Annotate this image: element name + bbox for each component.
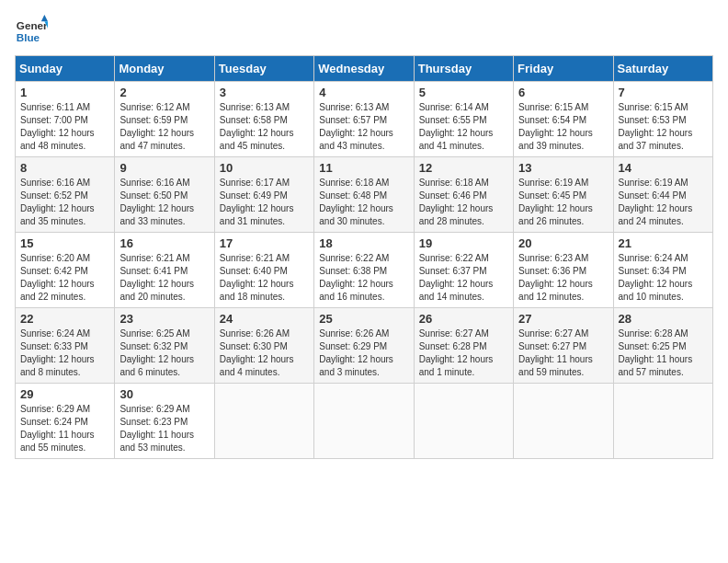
calendar-cell-empty (414, 384, 513, 459)
calendar-cell-21: 21Sunrise: 6:24 AMSunset: 6:34 PMDayligh… (613, 233, 712, 308)
calendar-cell-15: 15Sunrise: 6:20 AMSunset: 6:42 PMDayligh… (16, 233, 115, 308)
calendar-cell-18: 18Sunrise: 6:22 AMSunset: 6:38 PMDayligh… (314, 233, 414, 308)
header-tuesday: Tuesday (214, 56, 313, 82)
calendar-cell-11: 11Sunrise: 6:18 AMSunset: 6:48 PMDayligh… (314, 157, 414, 233)
logo: General Blue (15, 15, 48, 48)
page-header: General Blue (15, 15, 713, 48)
logo-icon: General Blue (15, 15, 48, 48)
calendar-week-2: 8Sunrise: 6:16 AMSunset: 6:52 PMDaylight… (16, 157, 713, 233)
calendar-cell-16: 16Sunrise: 6:21 AMSunset: 6:41 PMDayligh… (115, 233, 214, 308)
calendar-cell-8: 8Sunrise: 6:16 AMSunset: 6:52 PMDaylight… (16, 157, 115, 233)
header-thursday: Thursday (414, 56, 513, 82)
calendar-cell-empty (613, 384, 712, 459)
calendar-cell-23: 23Sunrise: 6:25 AMSunset: 6:32 PMDayligh… (115, 308, 214, 384)
header-friday: Friday (514, 56, 613, 82)
calendar-cell-20: 20Sunrise: 6:23 AMSunset: 6:36 PMDayligh… (514, 233, 613, 308)
calendar-cell-empty (314, 384, 414, 459)
calendar-cell-30: 30Sunrise: 6:29 AMSunset: 6:23 PMDayligh… (115, 384, 214, 459)
calendar-cell-6: 6Sunrise: 6:15 AMSunset: 6:54 PMDaylight… (514, 82, 613, 157)
calendar-week-5: 29Sunrise: 6:29 AMSunset: 6:24 PMDayligh… (16, 384, 713, 459)
calendar-table: SundayMondayTuesdayWednesdayThursdayFrid… (15, 55, 713, 459)
calendar-cell-25: 25Sunrise: 6:26 AMSunset: 6:29 PMDayligh… (314, 308, 414, 384)
calendar-week-3: 15Sunrise: 6:20 AMSunset: 6:42 PMDayligh… (16, 233, 713, 308)
calendar-cell-4: 4Sunrise: 6:13 AMSunset: 6:57 PMDaylight… (314, 82, 414, 157)
header-wednesday: Wednesday (314, 56, 414, 82)
calendar-cell-29: 29Sunrise: 6:29 AMSunset: 6:24 PMDayligh… (16, 384, 115, 459)
calendar-cell-28: 28Sunrise: 6:28 AMSunset: 6:25 PMDayligh… (613, 308, 712, 384)
calendar-cell-7: 7Sunrise: 6:15 AMSunset: 6:53 PMDaylight… (613, 82, 712, 157)
svg-text:Blue: Blue (17, 31, 40, 43)
calendar-cell-22: 22Sunrise: 6:24 AMSunset: 6:33 PMDayligh… (16, 308, 115, 384)
calendar-week-4: 22Sunrise: 6:24 AMSunset: 6:33 PMDayligh… (16, 308, 713, 384)
header-sunday: Sunday (16, 56, 115, 82)
calendar-cell-2: 2Sunrise: 6:12 AMSunset: 6:59 PMDaylight… (115, 82, 214, 157)
calendar-cell-27: 27Sunrise: 6:27 AMSunset: 6:27 PMDayligh… (514, 308, 613, 384)
calendar-week-1: 1Sunrise: 6:11 AMSunset: 7:00 PMDaylight… (16, 82, 713, 157)
calendar-cell-14: 14Sunrise: 6:19 AMSunset: 6:44 PMDayligh… (613, 157, 712, 233)
header-row: SundayMondayTuesdayWednesdayThursdayFrid… (16, 56, 713, 82)
calendar-cell-empty (514, 384, 613, 459)
calendar-cell-3: 3Sunrise: 6:13 AMSunset: 6:58 PMDaylight… (214, 82, 313, 157)
calendar-cell-13: 13Sunrise: 6:19 AMSunset: 6:45 PMDayligh… (514, 157, 613, 233)
calendar-cell-12: 12Sunrise: 6:18 AMSunset: 6:46 PMDayligh… (414, 157, 513, 233)
calendar-cell-26: 26Sunrise: 6:27 AMSunset: 6:28 PMDayligh… (414, 308, 513, 384)
calendar-cell-9: 9Sunrise: 6:16 AMSunset: 6:50 PMDaylight… (115, 157, 214, 233)
calendar-cell-17: 17Sunrise: 6:21 AMSunset: 6:40 PMDayligh… (214, 233, 313, 308)
calendar-cell-5: 5Sunrise: 6:14 AMSunset: 6:55 PMDaylight… (414, 82, 513, 157)
header-saturday: Saturday (613, 56, 712, 82)
calendar-cell-1: 1Sunrise: 6:11 AMSunset: 7:00 PMDaylight… (16, 82, 115, 157)
calendar-cell-10: 10Sunrise: 6:17 AMSunset: 6:49 PMDayligh… (214, 157, 313, 233)
calendar-cell-empty (214, 384, 313, 459)
svg-marker-2 (41, 15, 48, 21)
calendar-cell-19: 19Sunrise: 6:22 AMSunset: 6:37 PMDayligh… (414, 233, 513, 308)
calendar-cell-24: 24Sunrise: 6:26 AMSunset: 6:30 PMDayligh… (214, 308, 313, 384)
header-monday: Monday (115, 56, 214, 82)
